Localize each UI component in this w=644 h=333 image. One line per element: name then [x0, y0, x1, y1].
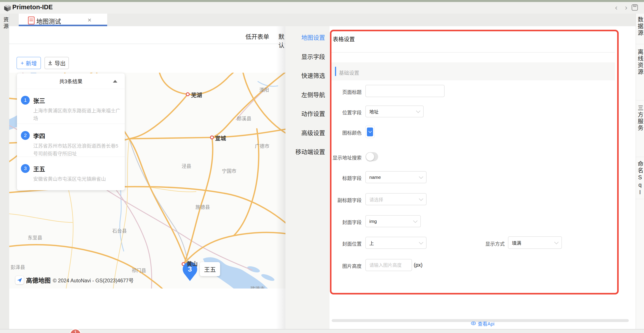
field-label-cover-position: 封面位置 — [326, 240, 362, 247]
map-label: 建德市 — [250, 284, 265, 288]
results-card: 共3条结果 1 张三 上海市黄浦区南京东路街道上海来福士广场 2 李四 江苏省苏… — [17, 73, 125, 190]
field-label-address-search: 显示地址搜索 — [326, 154, 362, 161]
map-label: 祁门县 — [132, 266, 146, 273]
field-label-image-height: 图片高度 — [326, 262, 362, 269]
menu-item-display-fields[interactable]: 显示字段 — [286, 52, 325, 61]
map-label: 溧阳 — [259, 86, 269, 93]
map-rail-gray — [129, 139, 189, 275]
app-logo-icon — [4, 4, 12, 12]
design-canvas: 低开表单 默认 + 新增 导出 — [9, 26, 286, 329]
field-label-title-field: 标题字段 — [326, 174, 362, 181]
map-city-label: 黄山 — [187, 259, 198, 267]
chevron-down-icon — [368, 130, 372, 133]
map-label: 郎溪县 — [237, 115, 251, 122]
section-title: 基础设置 — [339, 69, 359, 76]
map-label: 旌德县 — [196, 203, 210, 210]
amap-logo-icon — [16, 276, 24, 284]
page-title-input[interactable] — [365, 85, 444, 97]
menu-item-left-nav[interactable]: 左侧导航 — [286, 90, 325, 99]
download-icon — [48, 61, 52, 65]
field-label-cover-field: 封面字段 — [326, 218, 362, 225]
rail-item-third-party-services[interactable]: 三方服务 — [636, 105, 644, 132]
result-address: 安徽省黄山市屯溪区屯光镇麻雀山 — [33, 175, 122, 183]
image-height-unit: (px) — [414, 262, 422, 268]
map-attribution: 高德地图 © 2024 AutoNavi - GS(2023)4677号 — [16, 276, 134, 284]
toggle-knob — [366, 153, 374, 161]
document-icon — [28, 17, 34, 25]
rail-separator — [636, 199, 644, 199]
left-rail: 资源 — [0, 14, 10, 333]
canvas-tab-lowcode-form[interactable]: 低开表单 — [246, 32, 269, 41]
chevron-down-icon — [413, 218, 418, 223]
nav-forward-button[interactable]: › — [623, 5, 630, 11]
chevron-down-icon — [419, 196, 423, 201]
collapse-triangle-icon[interactable] — [113, 80, 117, 83]
title-field-select[interactable]: name — [365, 171, 426, 183]
map-brand: 高德地图 — [26, 276, 50, 284]
settings-menu: 地图设置 显示字段 快速筛选 左侧导航 动作设置 高级设置 移动端设置 — [286, 26, 330, 329]
app-title: Primeton-IDE — [12, 4, 53, 11]
window-top-strip — [0, 0, 644, 2]
result-name[interactable]: 张三 — [33, 96, 45, 105]
primeton-ide-window: Primeton-IDE ‹ › 资源 地图测试 × 数据源 离线资源 三方服务… — [0, 0, 644, 333]
field-label-page-title: 页面标题 — [326, 88, 362, 95]
export-button[interactable]: 导出 — [44, 57, 69, 69]
canvas-tab-default[interactable]: 默认 — [278, 32, 286, 49]
tab-active-underline — [19, 25, 107, 26]
panel-title: 表格设置 — [333, 35, 355, 43]
color-swatch — [367, 128, 373, 136]
map-label: 宁国市 — [222, 167, 236, 174]
add-button[interactable]: + 新增 — [16, 57, 41, 69]
cover-field-select[interactable]: img — [365, 215, 421, 227]
menu-item-map-settings[interactable]: 地图设置 — [286, 33, 325, 42]
section-bar — [332, 62, 615, 80]
map-label: 石台县 — [112, 227, 127, 234]
cover-position-select[interactable]: 上 — [365, 237, 426, 249]
bottom-strip — [0, 329, 644, 333]
field-label-subtitle-field: 副标题字段 — [326, 196, 362, 203]
view-api-link[interactable]: 查看Api — [330, 320, 636, 327]
tab-close-icon[interactable]: × — [88, 16, 92, 24]
canvas-header-divider — [9, 44, 286, 44]
map-label: 东至县 — [28, 234, 42, 241]
field-label-icon-color: 图标颜色 — [326, 129, 362, 136]
location-field-select[interactable]: 地址 — [365, 106, 424, 117]
nav-back-button[interactable]: ‹ — [613, 5, 620, 11]
save-icon[interactable] — [631, 4, 638, 11]
result-index-badge: 3 — [21, 164, 30, 173]
map-label: 彭泽县 — [10, 263, 25, 270]
image-height-input[interactable] — [365, 259, 412, 271]
map-label: 广德市 — [255, 142, 270, 149]
subtitle-field-select[interactable]: 请选择 — [365, 193, 426, 205]
section-accent-bar — [335, 67, 336, 76]
chevron-down-icon — [416, 109, 420, 113]
chevron-down-icon — [554, 240, 558, 244]
address-search-toggle[interactable] — [366, 152, 378, 161]
rail-item-named-sql[interactable]: 命名Sql — [636, 161, 644, 197]
map-label: 泾县 — [182, 162, 191, 169]
results-summary[interactable]: 共3条结果 — [17, 73, 125, 89]
result-index-badge: 2 — [21, 131, 30, 140]
result-index-badge: 1 — [21, 96, 30, 105]
map-copyright: © 2024 AutoNavi - GS(2023)4677号 — [53, 276, 134, 284]
plus-icon: + — [21, 60, 24, 66]
display-mode-select[interactable]: 填满 — [508, 236, 562, 249]
map-city-label: 宣城 — [215, 134, 226, 142]
sidebar-item-resources[interactable]: 资源 — [2, 17, 10, 30]
list-divider — [17, 157, 125, 157]
result-name[interactable]: 李四 — [33, 132, 45, 140]
window-titlebar — [0, 2, 644, 14]
rail-item-datasource[interactable]: 数据源 — [636, 17, 644, 37]
chevron-down-icon — [419, 240, 423, 244]
result-name[interactable]: 王五 — [33, 165, 45, 173]
rail-item-offline-resources[interactable]: 离线资源 — [636, 49, 644, 76]
map-city-label: 芜湖 — [191, 91, 202, 99]
menu-item-action-settings[interactable]: 动作设置 — [286, 109, 325, 118]
field-label-display-mode: 显示方式 — [470, 240, 505, 247]
marker-tooltip[interactable]: 王五 — [200, 262, 220, 276]
menu-item-quick-filter[interactable]: 快速筛选 — [286, 71, 325, 80]
menu-item-advanced-settings[interactable]: 高级设置 — [286, 128, 325, 137]
rail-separator — [636, 157, 644, 157]
icon-color-picker[interactable] — [365, 126, 374, 138]
menu-item-mobile-settings[interactable]: 移动端设置 — [286, 147, 325, 156]
